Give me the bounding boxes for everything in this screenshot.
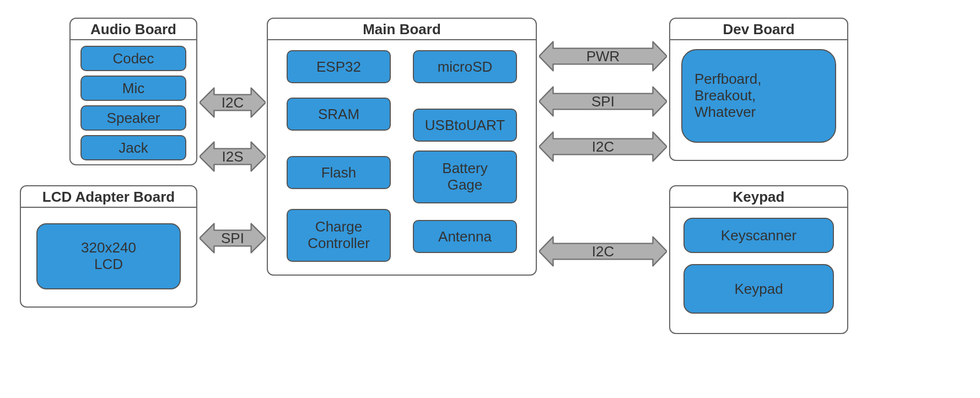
dev-board: Dev Board Perfboard, Breakout, Whatever (669, 18, 848, 161)
chip-antenna: Antenna (413, 220, 517, 253)
arrow-pwr-right: PWR (539, 36, 667, 76)
arrow-i2c-right-top: I2C (539, 127, 667, 166)
main-board-title: Main Board (268, 19, 536, 40)
chip-battery-line2: Gage (448, 177, 483, 193)
arrow-i2c-right-top-label: I2C (592, 138, 614, 155)
chip-usbtouart: USBtoUART (413, 109, 517, 142)
arrow-i2c-left: I2C (200, 83, 266, 122)
chip-dev-line1: Perfboard, (694, 71, 761, 88)
arrow-spi-right: SPI (539, 82, 667, 121)
arrow-i2c-right-bottom: I2C (539, 232, 667, 271)
chip-jack: Jack (80, 135, 186, 160)
arrow-pwr-label: PWR (586, 48, 620, 65)
chip-charge-line2: Controller (308, 235, 370, 252)
audio-board: Audio Board Codec Mic Speaker Jack (69, 18, 197, 165)
chip-sram: SRAM (287, 98, 391, 131)
lcd-adapter-board: LCD Adapter Board 320x240 LCD (20, 185, 197, 308)
chip-battery-line1: Battery (442, 160, 487, 177)
arrow-i2s-left-label: I2S (222, 148, 243, 165)
chip-lcd: 320x240 LCD (36, 223, 181, 289)
chip-microsd: microSD (413, 50, 517, 83)
arrow-i2c-right-bottom-label: I2C (592, 243, 614, 260)
chip-battery-gage: Battery Gage (413, 150, 517, 203)
arrow-i2s-left: I2S (200, 137, 266, 176)
chip-lcd-line2: LCD (94, 256, 123, 273)
chip-esp32: ESP32 (287, 50, 391, 83)
arrow-spi-right-label: SPI (591, 93, 615, 110)
main-board: Main Board ESP32 microSD SRAM USBtoUART … (267, 18, 537, 276)
keypad-board-title: Keypad (670, 186, 847, 208)
chip-charge-line1: Charge (315, 219, 362, 235)
chip-dev-line3: Whatever (694, 104, 756, 121)
arrow-i2c-left-label: I2C (222, 94, 244, 111)
chip-keyscanner: Keyscanner (683, 218, 834, 253)
lcd-board-title: LCD Adapter Board (21, 186, 196, 208)
keypad-board: Keypad Keyscanner Keypad (669, 185, 848, 334)
chip-flash: Flash (287, 156, 391, 189)
chip-codec: Codec (80, 46, 186, 71)
chip-speaker: Speaker (80, 105, 186, 131)
chip-lcd-line1: 320x240 (81, 240, 136, 256)
dev-board-title: Dev Board (670, 19, 847, 40)
audio-board-title: Audio Board (71, 19, 196, 40)
chip-dev-line2: Breakout, (694, 88, 756, 104)
chip-keypad: Keypad (683, 264, 834, 314)
chip-dev-perfboard: Perfboard, Breakout, Whatever (681, 49, 836, 143)
arrow-spi-left-label: SPI (221, 230, 244, 247)
chip-charge-controller: Charge Controller (287, 209, 391, 262)
arrow-spi-left: SPI (200, 218, 266, 258)
chip-mic: Mic (80, 76, 186, 101)
